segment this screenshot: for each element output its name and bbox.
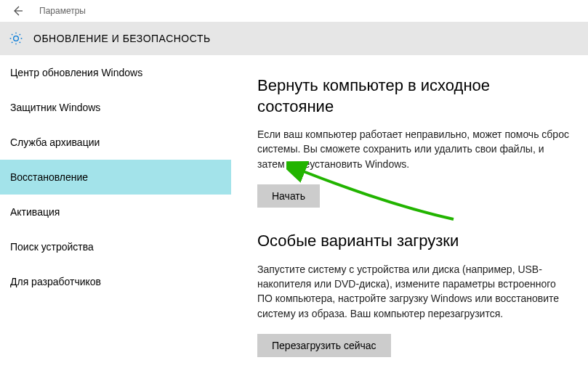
sidebar-item-label: Центр обновления Windows <box>10 67 142 78</box>
sidebar-item-label: Для разработчиков <box>10 276 101 287</box>
sidebar-item-activation[interactable]: Активация <box>0 195 231 229</box>
header-title: ОБНОВЛЕНИЕ И БЕЗОПАСНОСТЬ <box>33 33 211 44</box>
reset-pc-start-button[interactable]: Начать <box>257 184 320 208</box>
sidebar-item-backup[interactable]: Служба архивации <box>0 125 231 160</box>
sidebar-item-label: Поиск устройства <box>10 241 94 253</box>
reset-pc-text: Если ваш компьютер работает неправильно,… <box>257 127 571 171</box>
sidebar-item-find-device[interactable]: Поиск устройства <box>0 229 231 264</box>
reset-pc-section: Вернуть компьютер в исходное состояние Е… <box>257 75 571 208</box>
advanced-startup-title: Особые варианты загрузки <box>257 231 571 252</box>
advanced-startup-text: Запустите систему с устройства или диска… <box>257 262 571 321</box>
main-area: Центр обновления Windows Защитник Window… <box>0 55 588 376</box>
titlebar: Параметры <box>0 0 588 22</box>
sidebar-item-label: Активация <box>10 206 60 218</box>
back-arrow-icon <box>12 5 23 17</box>
sidebar-item-label: Защитник Windows <box>10 102 100 113</box>
sidebar-item-developers[interactable]: Для разработчиков <box>0 264 231 299</box>
sidebar-item-defender[interactable]: Защитник Windows <box>0 90 231 125</box>
advanced-startup-section: Особые варианты загрузки Запустите систе… <box>257 231 571 357</box>
sidebar: Центр обновления Windows Защитник Window… <box>0 55 231 376</box>
sidebar-item-label: Служба архивации <box>10 136 100 148</box>
header-bar: ОБНОВЛЕНИЕ И БЕЗОПАСНОСТЬ <box>0 22 588 55</box>
sidebar-item-recovery[interactable]: Восстановление <box>0 160 231 195</box>
sidebar-item-update-center[interactable]: Центр обновления Windows <box>0 55 231 90</box>
sidebar-item-label: Восстановление <box>10 171 88 183</box>
window-title: Параметры <box>39 6 86 16</box>
reset-pc-title: Вернуть компьютер в исходное состояние <box>257 75 571 117</box>
restart-now-button[interactable]: Перезагрузить сейчас <box>257 334 391 357</box>
back-button[interactable] <box>7 1 28 21</box>
gear-icon <box>9 31 23 46</box>
content-pane: Вернуть компьютер в исходное состояние Е… <box>231 55 588 376</box>
